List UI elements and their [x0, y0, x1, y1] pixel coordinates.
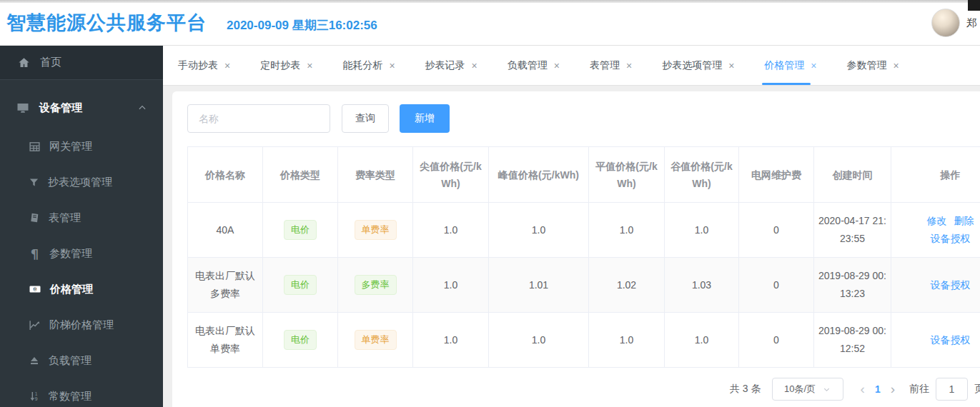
search-input[interactable] [187, 104, 330, 133]
cell-price-name: 电表出厂默认单费率 [188, 313, 263, 368]
rate-type-badge: 多费率 [355, 275, 397, 295]
sidebar-item-load-mgmt[interactable]: 负载管理 [0, 343, 163, 378]
scrollbar-thumb[interactable] [968, 0, 980, 11]
sidebar-item-constant-mgmt[interactable]: 19 常数管理 [0, 378, 163, 407]
sidebar-item-price-mgmt[interactable]: 0 价格管理 [0, 271, 163, 307]
price-table: 价格名称 价格类型 费率类型 尖值价格(元/kWh) 峰值价格(元/kWh) 平… [187, 146, 980, 368]
screen: 智慧能源公共服务平台 2020-09-09 星期三16:02:56 郑 首页 设… [0, 0, 980, 407]
window-top-border [0, 0, 980, 3]
delete-link[interactable]: 删除 [954, 215, 974, 226]
close-icon[interactable]: × [728, 60, 734, 71]
cell-created: 2019-08-29 00:12:52 [814, 313, 891, 368]
cell-peak: 1.01 [489, 258, 589, 313]
sidebar-item-tiered-price-mgmt[interactable]: 阶梯价格管理 [0, 307, 163, 343]
sidebar-item-label: 价格管理 [50, 283, 93, 296]
cell-actions: 修改删除 设备授权 [891, 203, 980, 258]
next-page-button[interactable]: › [891, 381, 895, 397]
sidebar-item-label: 负载管理 [49, 354, 91, 368]
page-unit-label: 页 [974, 383, 980, 396]
table-row: 电表出厂默认多费率 电价 多费率 1.0 1.01 1.02 1.03 0 20… [188, 258, 980, 313]
goto-label: 前往 [909, 383, 929, 396]
cell-actions: 设备授权 [891, 313, 980, 368]
cell-price-name: 电表出厂默认多费率 [188, 258, 263, 313]
chevron-up-icon[interactable] [137, 103, 147, 113]
cell-valley: 1.0 [665, 203, 739, 258]
col-rate-type: 费率类型 [338, 147, 413, 203]
monitor-icon [16, 101, 29, 114]
prev-page-button[interactable]: ‹ [861, 381, 865, 397]
pagination: 共 3 条 10条/页 ‹ 1 › 前往 页 [187, 378, 980, 401]
svg-text:9: 9 [35, 396, 38, 402]
col-created: 创建时间 [814, 147, 891, 203]
sidebar-nav: 网关管理 抄表选项管理 表管理 ¶ 参数管理 0 [0, 126, 163, 407]
sidebar-item-gateway-mgmt[interactable]: 网关管理 [0, 129, 163, 164]
table-row: 40A 电价 单费率 1.0 1.0 1.0 1.0 0 2020-04-17 … [188, 203, 980, 258]
username: 郑 [966, 16, 977, 30]
close-icon[interactable]: × [894, 60, 899, 71]
tab-meter-options-mgmt[interactable]: 抄表选项管理× [647, 46, 749, 85]
avatar[interactable] [931, 9, 960, 37]
sidebar-group-label: 设备管理 [39, 101, 82, 115]
cell-peak: 1.0 [489, 203, 589, 258]
table-row: 电表出厂默认单费率 电价 单费率 1.0 1.0 1.0 1.0 0 2019-… [188, 313, 980, 368]
sidebar-item-home[interactable]: 首页 [0, 46, 163, 80]
tab-load-mgmt[interactable]: 负载管理× [493, 46, 575, 85]
device-auth-link[interactable]: 设备授权 [931, 233, 971, 244]
tab-reading-records[interactable]: 抄表记录× [410, 46, 493, 85]
user-area: 郑 [931, 9, 977, 37]
col-price-name: 价格名称 [188, 147, 263, 203]
close-icon[interactable]: × [472, 60, 477, 71]
tab-param-mgmt[interactable]: 参数管理× [832, 46, 914, 85]
sidebar: 首页 设备管理 网关管理 抄表选项管理 [0, 46, 163, 407]
money-icon: 0 [29, 283, 41, 296]
tab-meter-mgmt[interactable]: 表管理× [575, 46, 647, 85]
pilcrow-icon: ¶ [29, 246, 41, 261]
price-mgmt-panel: 查询 新增 价格名称 价格类型 费率类型 尖值价格(元/kWh) 峰值 [172, 91, 980, 407]
close-icon[interactable]: × [389, 60, 395, 71]
sidebar-item-label: 常数管理 [49, 390, 91, 403]
eject-icon [29, 355, 40, 366]
sidebar-group-device-mgmt[interactable]: 设备管理 [0, 90, 163, 126]
filter-icon [29, 177, 39, 188]
table-header-row: 价格名称 价格类型 费率类型 尖值价格(元/kWh) 峰值价格(元/kWh) 平… [188, 147, 980, 203]
close-icon[interactable]: × [811, 60, 816, 71]
close-icon[interactable]: × [224, 60, 230, 71]
sidebar-item-param-mgmt[interactable]: ¶ 参数管理 [0, 236, 163, 271]
cell-grid-fee: 0 [739, 258, 814, 313]
goto-page-input[interactable] [936, 378, 968, 401]
col-peak-price: 峰值价格(元/kWh) [489, 147, 589, 203]
edit-link[interactable]: 修改 [927, 215, 947, 226]
tab-energy-analysis[interactable]: 能耗分析× [327, 46, 410, 85]
price-type-badge: 电价 [284, 275, 317, 295]
close-icon[interactable]: × [307, 60, 312, 71]
tab-price-mgmt[interactable]: 价格管理× [749, 46, 831, 85]
cell-rate-type: 多费率 [338, 258, 413, 313]
cell-price-type: 电价 [263, 313, 338, 368]
page-size-select[interactable]: 10条/页 [772, 378, 843, 401]
tab-scheduled-reading[interactable]: 定时抄表× [245, 46, 327, 85]
device-auth-link[interactable]: 设备授权 [931, 334, 971, 346]
col-flat-price: 平值价格(元/kWh) [589, 147, 665, 203]
sidebar-item-label: 参数管理 [49, 247, 92, 261]
query-button[interactable]: 查询 [342, 104, 389, 133]
sidebar-item-meter-options-mgmt[interactable]: 抄表选项管理 [0, 164, 163, 200]
grid-icon [29, 141, 41, 153]
add-button[interactable]: 新增 [400, 104, 450, 133]
sidebar-item-label: 阶梯价格管理 [49, 318, 114, 332]
svg-text:0: 0 [34, 287, 36, 291]
home-icon [18, 56, 30, 69]
device-auth-link[interactable]: 设备授权 [931, 279, 971, 291]
chart-icon [29, 319, 41, 331]
close-icon[interactable]: × [626, 60, 632, 71]
app-header: 智慧能源公共服务平台 2020-09-09 星期三16:02:56 郑 [0, 0, 980, 46]
cell-created: 2019-08-29 00:13:23 [814, 258, 891, 313]
sidebar-item-label: 表管理 [49, 211, 81, 225]
page-number[interactable]: 1 [875, 383, 881, 395]
toolbar: 查询 新增 [187, 104, 980, 133]
cell-price-name: 40A [188, 203, 263, 258]
cell-rate-type: 单费率 [338, 203, 413, 258]
sidebar-item-meter-mgmt[interactable]: 表管理 [0, 200, 163, 236]
cell-peak: 1.0 [489, 313, 589, 368]
tab-manual-reading[interactable]: 手动抄表× [163, 46, 245, 85]
close-icon[interactable]: × [554, 60, 560, 71]
